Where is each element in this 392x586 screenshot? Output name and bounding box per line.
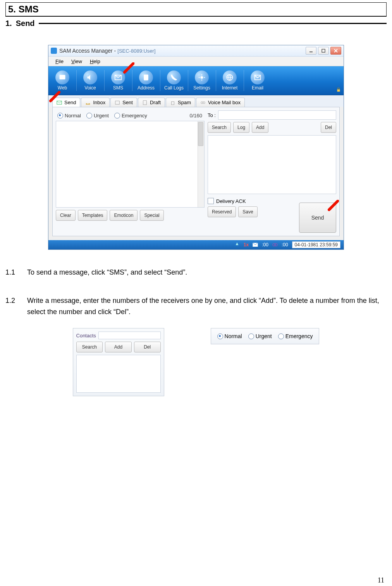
contacts-label: Contacts — [76, 333, 96, 339]
to-label: To : — [208, 112, 216, 118]
special-button[interactable]: Special — [140, 210, 163, 221]
radio-emergency-2[interactable]: Emergency — [278, 333, 313, 339]
menu-view[interactable]: View — [67, 58, 86, 65]
menu-file[interactable]: File — [52, 58, 67, 65]
step-num: 1.2 — [5, 295, 19, 318]
status-m1: :00 — [262, 242, 268, 247]
window-subtitle: [SEC-8089:User] — [117, 48, 155, 54]
step-text: To send a message, click “SMS”, and sele… — [27, 267, 387, 278]
radio-emergency[interactable]: Emergency — [114, 113, 147, 119]
tab-voice-mail[interactable]: Voice Mail box — [196, 98, 245, 107]
settings-icon — [195, 70, 209, 84]
minimize-button[interactable] — [306, 47, 316, 55]
contacts-add-button[interactable]: Add — [105, 342, 132, 352]
delivery-ack-checkbox[interactable] — [208, 198, 214, 204]
tab-draft[interactable]: Draft — [138, 98, 165, 107]
maximize-button[interactable] — [318, 47, 329, 55]
draft-icon — [142, 100, 148, 105]
work-area: Normal Urgent Emergency 0/160 Clear Temp… — [52, 107, 340, 236]
contacts-input[interactable] — [98, 332, 161, 339]
tab-send[interactable]: Send — [52, 98, 80, 107]
tab-draft-label: Draft — [150, 100, 161, 105]
clear-button[interactable]: Clear — [56, 210, 76, 221]
svg-rect-4 — [144, 75, 148, 81]
close-button[interactable] — [330, 47, 341, 55]
page-number: 11 — [378, 576, 384, 584]
internet-icon — [223, 70, 237, 84]
contacts-list[interactable] — [76, 355, 161, 393]
toolbar-voice[interactable]: Voice — [76, 66, 104, 95]
svg-rect-11 — [115, 101, 120, 104]
voice-mail-icon — [200, 100, 206, 105]
app-icon — [51, 48, 57, 54]
subsection-title: Send — [16, 19, 35, 28]
templates-button[interactable]: Templates — [78, 210, 108, 221]
radio-normal[interactable]: Normal — [57, 113, 81, 119]
toolbar-web[interactable]: Web — [48, 66, 76, 95]
scrollbar[interactable] — [198, 121, 204, 207]
menu-help[interactable]: Help — [86, 58, 104, 65]
window-title: SAM Access Manager - — [59, 48, 116, 54]
annotation-arrow-send-tab — [47, 91, 60, 105]
toolbar: Web Voice SMS Address Call Logs Settings… — [48, 66, 344, 95]
tab-voice-mail-label: Voice Mail box — [208, 100, 241, 105]
contacts-del-button[interactable]: Del — [134, 342, 161, 352]
toolbar-call-logs[interactable]: Call Logs — [160, 66, 188, 95]
toolbar-address[interactable]: Address — [132, 66, 160, 95]
add-button[interactable]: Add — [252, 122, 268, 133]
status-1x: 1x — [244, 242, 249, 247]
tab-sent[interactable]: Sent — [110, 98, 137, 107]
log-button[interactable]: Log — [233, 122, 249, 133]
message-textarea[interactable] — [56, 121, 205, 208]
section-heading: 5. SMS — [5, 2, 387, 17]
annotation-arrow-send-btn — [326, 200, 339, 214]
tab-spam[interactable]: Spam — [166, 98, 195, 107]
contacts-search-button[interactable]: Search — [76, 342, 103, 352]
toolbar-internet[interactable]: Internet — [216, 66, 244, 95]
to-row: To : — [208, 110, 336, 120]
subsection-num: 1. — [5, 19, 12, 28]
svg-point-14 — [201, 101, 203, 103]
voice-status-icon — [272, 242, 278, 247]
tab-send-label: Send — [64, 100, 76, 105]
sent-icon — [115, 100, 120, 105]
tab-inbox-label: Inbox — [93, 100, 105, 105]
titlebar: SAM Access Manager - [SEC-8089:User] — [48, 45, 344, 57]
email-icon — [251, 70, 265, 84]
radio-urgent-2[interactable]: Urgent — [248, 333, 272, 339]
save-button[interactable]: Save — [238, 206, 257, 217]
menubar: File View Help — [48, 57, 344, 66]
toolbar-email[interactable]: Email — [244, 66, 272, 95]
web-icon — [55, 70, 69, 84]
char-counter: 0/160 — [189, 113, 202, 119]
scroll-thumb[interactable] — [198, 122, 203, 146]
toolbar-sms[interactable]: SMS — [104, 66, 132, 95]
mail-status-icon — [253, 243, 258, 247]
radio-dot-icon — [217, 333, 223, 339]
radio-urgent[interactable]: Urgent — [86, 113, 109, 119]
emoticon-button[interactable]: Emoticon — [110, 210, 138, 221]
radio-dot-icon — [86, 113, 92, 119]
toolbar-settings[interactable]: Settings — [188, 66, 216, 95]
to-input[interactable] — [218, 110, 336, 120]
svg-rect-8 — [337, 89, 340, 92]
app-window: SAM Access Manager - [SEC-8089:User] Fil… — [48, 45, 344, 250]
del-button[interactable]: Del — [321, 122, 336, 133]
priority-row: Normal Urgent Emergency 0/160 — [56, 110, 204, 121]
tab-inbox[interactable]: Inbox — [81, 98, 110, 107]
tab-row: Send Inbox Sent Draft Spam Voice Mail bo… — [48, 95, 344, 107]
signal-icon — [234, 242, 240, 247]
radio-normal-2[interactable]: Normal — [217, 333, 242, 339]
search-button[interactable]: Search — [208, 122, 231, 133]
svg-rect-12 — [143, 100, 147, 105]
svg-point-19 — [275, 244, 277, 246]
delivery-ack-label: Delivery ACK — [216, 198, 246, 204]
priority-panel: Normal Urgent Emergency — [211, 328, 320, 344]
recipients-list[interactable] — [208, 135, 336, 194]
reserved-button[interactable]: Reserved — [208, 206, 236, 217]
radio-dot-icon — [57, 113, 63, 119]
svg-point-15 — [203, 101, 205, 103]
step-1-1: 1.1 To send a message, click “SMS”, and … — [5, 267, 387, 278]
send-button[interactable]: Send — [299, 203, 336, 233]
step-text: Write a message, enter the numbers of th… — [27, 295, 387, 318]
